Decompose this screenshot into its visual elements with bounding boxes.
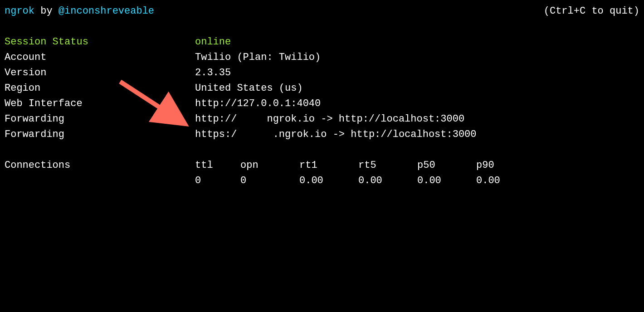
row-session-status: Session Statusonline bbox=[5, 34, 639, 50]
label-connections: Connections bbox=[5, 158, 195, 173]
row-forwarding-http: Forwardinghttp://xxxxxngrok.io -> http:/… bbox=[5, 112, 639, 127]
conn-h-opn: opn bbox=[240, 158, 299, 173]
value-version: 2.3.35 bbox=[195, 67, 231, 78]
row-version: Version2.3.35 bbox=[5, 65, 639, 81]
label-version: Version bbox=[5, 65, 195, 81]
label-web-interface: Web Interface bbox=[5, 96, 195, 112]
value-region: United States (us) bbox=[195, 83, 303, 94]
value-session-status: online bbox=[195, 36, 231, 48]
conn-v-ttl: 0 bbox=[195, 173, 240, 189]
conn-h-p90: p90 bbox=[476, 158, 535, 173]
connections-value-row: 0 0 0.00 0.00 0.00 0.00 bbox=[195, 173, 535, 189]
row-region: RegionUnited States (us) bbox=[5, 81, 639, 96]
conn-h-p50: p50 bbox=[417, 158, 476, 173]
row-account: AccountTwilio (Plan: Twilio) bbox=[5, 50, 639, 65]
connections-header-row: ttl opn rt1 rt5 p50 p90 bbox=[195, 158, 535, 173]
conn-h-ttl: ttl bbox=[195, 158, 240, 173]
value-web-interface: http://127.0.0.1:4040 bbox=[195, 98, 321, 109]
label-region: Region bbox=[5, 81, 195, 96]
conn-h-rt1: rt1 bbox=[299, 158, 358, 173]
brand-name: ngrok bbox=[5, 5, 34, 17]
label-session-status: Session Status bbox=[5, 34, 195, 50]
conn-v-opn: 0 bbox=[240, 173, 299, 189]
row-connections: Connections ttl opn rt1 rt5 p50 p90 0 0 … bbox=[5, 158, 639, 189]
header-line: ngrok by @inconshreveable (Ctrl+C to qui… bbox=[5, 4, 639, 19]
author-handle: @inconshreveable bbox=[59, 5, 154, 17]
connections-table: ttl opn rt1 rt5 p50 p90 0 0 0.00 0.00 0.… bbox=[195, 158, 535, 189]
value-forwarding-1: http://xxxxxngrok.io -> http://localhost… bbox=[195, 113, 464, 125]
row-forwarding-https: Forwardinghttps:/xxxxxx.ngrok.io -> http… bbox=[5, 127, 639, 142]
conn-v-rt5: 0.00 bbox=[358, 173, 417, 189]
label-forwarding-1: Forwarding bbox=[5, 112, 195, 127]
row-web-interface: Web Interfacehttp://127.0.0.1:4040 bbox=[5, 96, 639, 112]
conn-v-rt1: 0.00 bbox=[299, 173, 358, 189]
label-forwarding-2: Forwarding bbox=[5, 127, 195, 142]
quit-hint: (Ctrl+C to quit) bbox=[544, 4, 639, 19]
value-account: Twilio (Plan: Twilio) bbox=[195, 52, 321, 63]
value-forwarding-2: https:/xxxxxx.ngrok.io -> http://localho… bbox=[195, 129, 477, 140]
conn-v-p90: 0.00 bbox=[476, 173, 535, 189]
conn-h-rt5: rt5 bbox=[358, 158, 417, 173]
label-account: Account bbox=[5, 50, 195, 65]
header-left: ngrok by @inconshreveable bbox=[5, 4, 154, 19]
by-word: by bbox=[34, 5, 59, 17]
conn-v-p50: 0.00 bbox=[417, 173, 476, 189]
